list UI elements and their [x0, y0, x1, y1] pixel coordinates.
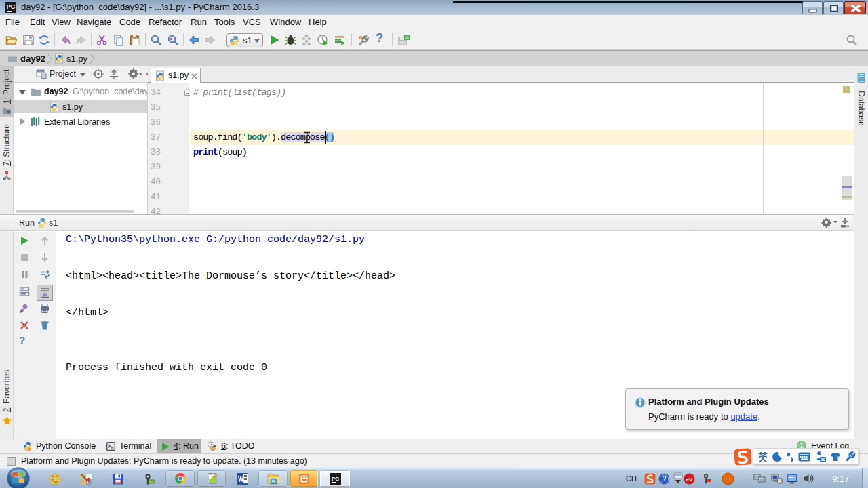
svg-text:eV: eV — [686, 476, 693, 483]
svg-text:?: ? — [662, 475, 666, 483]
svg-text:PC: PC — [332, 476, 339, 482]
svg-text:30: 30 — [821, 458, 825, 462]
